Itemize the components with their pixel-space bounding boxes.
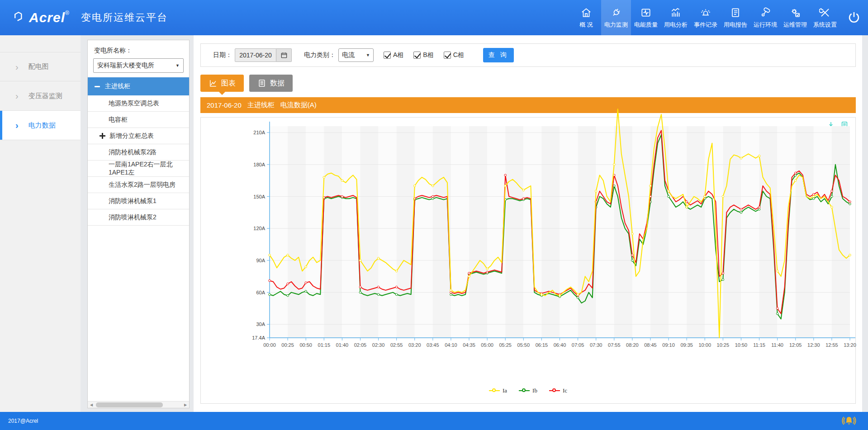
event-icon xyxy=(700,7,711,19)
analysis-icon xyxy=(670,7,682,19)
station-tree-panel: 变电所名称： 安科瑞新大楼变电所 ▼ 主进线柜 地源热泵空调总表 电容柜 新增分… xyxy=(87,40,190,408)
power-quality-icon xyxy=(640,7,652,19)
tree-node-water-pump[interactable]: 生活水泵2路一层弱电房 xyxy=(88,177,189,193)
chevron-right-icon: › xyxy=(15,91,19,100)
environment-icon xyxy=(759,7,771,19)
nav-item-ops-management[interactable]: 运维管理 xyxy=(780,0,810,35)
tree-node-floor1-ape[interactable]: 一层南1APE2右一层北1APE1左 xyxy=(88,161,189,177)
tab-chart[interactable]: 图表 xyxy=(200,75,244,92)
plug-icon xyxy=(610,7,622,19)
report-icon xyxy=(730,7,741,19)
alarm-bell-icon[interactable] xyxy=(842,414,856,428)
svg-text:01:40: 01:40 xyxy=(336,342,349,348)
view-tabs: 图表 数据 xyxy=(200,75,293,92)
nav-item-environment[interactable]: 运行环境 xyxy=(750,0,780,35)
category-select[interactable]: 电流 ▼ xyxy=(338,48,374,62)
nav-item-power-quality[interactable]: 电能质量 xyxy=(631,0,661,35)
svg-text:17.4A: 17.4A xyxy=(252,335,265,340)
nav-item-usage-analysis[interactable]: 用电分析 xyxy=(661,0,691,35)
home-icon xyxy=(580,7,592,19)
chart-title-metric: 电流数据(A) xyxy=(280,101,317,109)
tree-node-capacitor-cabinet[interactable]: 电容柜 xyxy=(88,112,189,128)
scroll-left-icon[interactable]: ◀ xyxy=(88,403,95,407)
svg-text:06:40: 06:40 xyxy=(554,342,566,348)
svg-text:04:10: 04:10 xyxy=(445,342,457,348)
svg-text:90A: 90A xyxy=(256,258,265,263)
nav-item-overview[interactable]: 概 况 xyxy=(571,0,601,35)
app-footer: 2017@Acrel xyxy=(0,412,868,430)
nav-item-power-monitoring[interactable]: 电力监测 xyxy=(601,0,631,35)
acrel-logo-icon xyxy=(14,11,25,24)
current-line-chart[interactable]: 210A180A150A120A90A60A30A17.4A00:0000:25… xyxy=(218,126,855,352)
svg-text:02:30: 02:30 xyxy=(372,342,385,348)
expand-plus-icon[interactable] xyxy=(100,133,105,139)
svg-text:02:55: 02:55 xyxy=(390,342,403,348)
tab-data[interactable]: 数据 xyxy=(249,75,293,92)
sidebar-item-label: 配电图 xyxy=(28,62,49,71)
calendar-icon[interactable] xyxy=(276,48,292,62)
phase-a-checkbox[interactable]: A相 xyxy=(384,51,403,59)
sidebar-item-distribution-diagram[interactable]: › 配电图 xyxy=(0,52,81,81)
tree-node-sprinkler-pump-1[interactable]: 消防喷淋机械泵1 xyxy=(88,193,189,209)
svg-text:12:55: 12:55 xyxy=(825,342,838,348)
collapse-minus-icon[interactable] xyxy=(94,83,100,90)
svg-text:02:05: 02:05 xyxy=(354,342,367,348)
checkbox-icon xyxy=(444,52,451,59)
app-root: Acrel ® 变电所运维云平台 概 况 电力监测 电能质量 xyxy=(0,0,868,430)
tree-node-fire-hydrant-pump[interactable]: 消防栓机械泵2路 xyxy=(88,144,189,161)
tree-node-new-sub-cabinet-meter[interactable]: 新增分立柜总表 xyxy=(88,128,189,144)
svg-text:07:55: 07:55 xyxy=(608,342,621,348)
svg-text:09:35: 09:35 xyxy=(680,342,693,348)
svg-text:03:20: 03:20 xyxy=(408,342,421,348)
scroll-right-icon[interactable]: ▶ xyxy=(182,403,189,407)
top-navigation: 概 况 电力监测 电能质量 用电分析 xyxy=(571,0,840,35)
phase-b-checkbox[interactable]: B相 xyxy=(413,51,433,59)
chart-line-icon xyxy=(209,79,218,88)
station-select-value: 安科瑞新大楼变电所 xyxy=(97,61,154,70)
sidebar-item-label: 变压器监测 xyxy=(28,92,62,100)
station-select[interactable]: 安科瑞新大楼变电所 ▼ xyxy=(93,58,184,73)
svg-text:12:30: 12:30 xyxy=(807,342,820,348)
svg-text:08:45: 08:45 xyxy=(644,342,657,348)
nav-item-event-log[interactable]: 事件记录 xyxy=(691,0,721,35)
sidebar-item-power-data[interactable]: › 电力数据 xyxy=(0,111,81,140)
tree-horizontal-scrollbar[interactable]: ◀ ▶ xyxy=(88,401,189,408)
caret-down-icon: ▼ xyxy=(366,53,370,57)
tree-node-heat-pump-ac-meter[interactable]: 地源热泵空调总表 xyxy=(88,95,189,112)
nav-item-system-settings[interactable]: 系统设置 xyxy=(810,0,840,35)
svg-text:150A: 150A xyxy=(253,194,265,199)
svg-text:11:15: 11:15 xyxy=(753,342,765,348)
svg-text:10:00: 10:00 xyxy=(698,342,711,348)
chart-container: 210A180A150A120A90A60A30A17.4A00:0000:25… xyxy=(200,117,856,404)
svg-text:09:10: 09:10 xyxy=(662,342,675,348)
svg-text:30A: 30A xyxy=(256,321,265,327)
date-input[interactable]: 2017-06-20 xyxy=(235,48,276,62)
svg-text:00:25: 00:25 xyxy=(281,342,294,348)
legend-item-Ib[interactable]: Ib xyxy=(519,387,537,394)
legend-item-Ic[interactable]: Ic xyxy=(549,387,567,394)
phase-c-checkbox[interactable]: C相 xyxy=(444,51,464,59)
category-select-value: 电流 xyxy=(342,51,355,59)
tree-node-main-incoming-cabinet[interactable]: 主进线柜 xyxy=(88,77,189,95)
left-sidebar: › 配电图 › 变压器监测 › 电力数据 xyxy=(0,35,81,412)
category-label: 电力类别： xyxy=(304,51,336,59)
svg-text:00:50: 00:50 xyxy=(299,342,312,348)
ops-icon xyxy=(789,7,801,19)
svg-text:03:45: 03:45 xyxy=(427,342,439,348)
legend-item-Ia[interactable]: Ia xyxy=(489,387,507,394)
tree-node-sprinkler-pump-2[interactable]: 消防喷淋机械泵2 xyxy=(88,209,189,226)
logo-text: Acrel xyxy=(29,10,65,25)
svg-text:12:05: 12:05 xyxy=(789,342,802,348)
svg-text:01:15: 01:15 xyxy=(318,342,331,348)
svg-text:00:00: 00:00 xyxy=(263,342,276,348)
sidebar-item-label: 电力数据 xyxy=(28,121,56,130)
svg-text:06:15: 06:15 xyxy=(536,342,548,348)
scrollbar-thumb[interactable] xyxy=(96,402,163,407)
copyright-text: 2017@Acrel xyxy=(8,418,38,424)
nav-item-usage-report[interactable]: 用电报告 xyxy=(721,0,750,35)
sidebar-item-transformer-monitoring[interactable]: › 变压器监测 xyxy=(0,81,81,111)
date-label: 日期： xyxy=(213,51,232,59)
query-button[interactable]: 查 询 xyxy=(483,48,514,62)
logout-power-icon[interactable] xyxy=(846,10,862,25)
filter-bar: 日期： 2017-06-20 电力类别： 电流 ▼ A相 B相 C相 查 xyxy=(200,43,856,67)
